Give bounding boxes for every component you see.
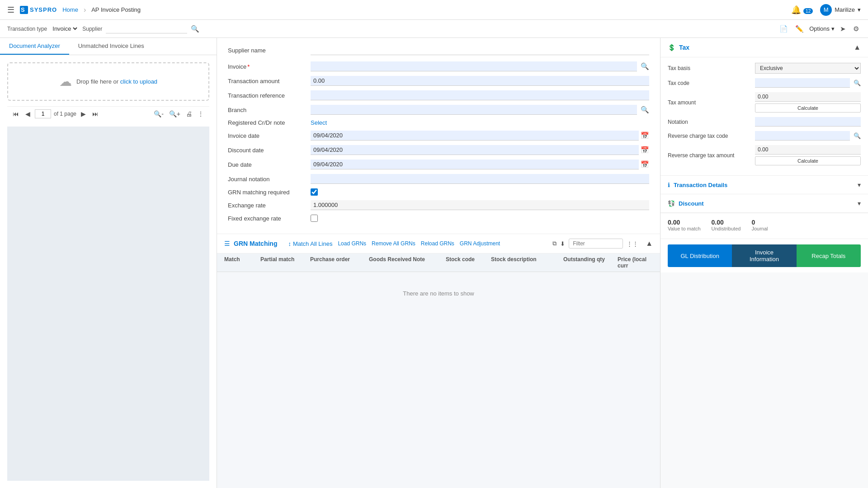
col-desc: Stock description	[491, 256, 563, 269]
discount-date-calendar-icon[interactable]: 📅	[641, 146, 649, 154]
hamburger-icon[interactable]: ☰	[7, 5, 14, 15]
match-all-lines-btn[interactable]: ↕ Match All Lines	[288, 240, 332, 247]
page-prev-btn[interactable]: ◀	[24, 109, 32, 118]
transaction-details-header[interactable]: ℹ Transaction Details ▾	[660, 176, 868, 194]
upload-area[interactable]: ☁ Drop file here or click to upload	[7, 62, 209, 101]
registered-cr-dr-select-link[interactable]: Select	[311, 119, 327, 126]
supplier-search-icon[interactable]: 🔍	[191, 25, 199, 33]
branch-search-icon[interactable]: 🔍	[641, 106, 649, 114]
print-icon-btn[interactable]: 🖨	[184, 109, 194, 118]
transaction-reference-input[interactable]	[311, 90, 649, 100]
settings-icon-button[interactable]: ⚙	[851, 23, 861, 35]
edit-icon-button[interactable]: ✏️	[793, 23, 806, 35]
invoice-input[interactable]	[311, 61, 637, 71]
options-button[interactable]: Options ▾	[809, 25, 835, 32]
nav-home[interactable]: Home	[62, 6, 78, 13]
tab-document-analyzer[interactable]: Document Analyzer	[0, 38, 69, 55]
notation-input[interactable]	[755, 117, 861, 127]
invoice-search-icon[interactable]: 🔍	[641, 62, 649, 70]
zoom-out-icon-btn[interactable]: 🔍-	[152, 109, 165, 118]
user-name: Marilize	[835, 6, 855, 13]
reverse-charge-calculate-btn[interactable]: Calculate	[755, 156, 861, 165]
notification-bell[interactable]: 🔔 12	[791, 5, 813, 15]
zoom-in-icon-btn[interactable]: 🔍+	[167, 109, 182, 118]
grn-filter-input[interactable]	[569, 239, 623, 249]
value-to-match-label: Value to match	[668, 226, 701, 231]
page-number-input[interactable]	[35, 109, 51, 118]
notation-row: Notation	[668, 117, 861, 127]
more-options-btn[interactable]: ⋮	[196, 109, 206, 118]
discount-date-input[interactable]	[311, 145, 639, 155]
invoice-label: Invoice*	[228, 63, 307, 70]
doc-preview	[7, 127, 209, 481]
reverse-charge-amount-input[interactable]	[755, 145, 861, 155]
upload-link[interactable]: click to upload	[120, 78, 157, 85]
tax-amount-input[interactable]	[755, 92, 861, 102]
journal-notation-input[interactable]	[311, 174, 649, 184]
options-label: Options	[809, 25, 830, 32]
tax-basis-select[interactable]: Exclusive Inclusive	[755, 63, 861, 74]
gl-distribution-button[interactable]: GL Distribution	[668, 244, 732, 267]
supplier-label: Supplier	[82, 26, 102, 32]
supplier-input[interactable]	[106, 24, 187, 33]
supplier-name-input[interactable]	[311, 45, 649, 55]
remove-all-grns-btn[interactable]: Remove All GRNs	[372, 240, 415, 247]
discount-title: Discount	[679, 200, 858, 207]
tax-section-toggle[interactable]: ▲	[854, 43, 861, 52]
load-grns-btn[interactable]: Load GRNs	[338, 240, 366, 247]
transaction-type-label: Transaction type	[7, 26, 47, 32]
tax-code-search-icon[interactable]: 🔍	[854, 80, 861, 86]
transaction-details-chevron[interactable]: ▾	[858, 181, 861, 188]
transaction-type-select[interactable]: Invoice	[51, 25, 79, 33]
page-next-btn[interactable]: ▶	[79, 109, 88, 118]
transaction-amount-label: Transaction amount	[228, 78, 307, 84]
user-dropdown-icon: ▾	[858, 6, 861, 13]
transaction-amount-input[interactable]	[311, 76, 649, 86]
toolbar: Transaction type Invoice Supplier 🔍 📄 ✏️…	[0, 20, 868, 38]
due-date-calendar-icon[interactable]: 📅	[641, 160, 649, 169]
invoice-date-input[interactable]	[311, 131, 639, 141]
invoice-form: Supplier name Invoice* 🔍 Transaction amo…	[217, 38, 660, 234]
reverse-charge-code-input[interactable]	[755, 131, 850, 141]
tax-code-label: Tax code	[668, 80, 751, 86]
tax-form: Tax basis Exclusive Inclusive Tax code 🔍…	[660, 57, 868, 176]
grn-copy-icon[interactable]: ⧉	[552, 240, 557, 247]
reload-grns-btn[interactable]: Reload GRNs	[421, 240, 454, 247]
tax-code-input[interactable]	[755, 78, 850, 88]
grn-matching-label: GRN matching required	[228, 189, 307, 196]
branch-row: Branch 🔍	[228, 105, 649, 115]
user-chip[interactable]: M Marilize ▾	[820, 4, 861, 16]
invoice-date-calendar-icon[interactable]: 📅	[641, 131, 649, 140]
svg-text:S: S	[21, 6, 25, 13]
fixed-exchange-checkbox[interactable]	[311, 215, 318, 222]
invoice-date-label: Invoice date	[228, 132, 307, 139]
due-date-input[interactable]	[311, 160, 639, 169]
grn-adjustment-btn[interactable]: GRN Adjustment	[460, 240, 500, 247]
user-avatar: M	[820, 4, 832, 16]
page-nav: ⏮ ◀ of 1 page ▶ ⏭ 🔍- 🔍+ 🖨 ⋮	[7, 106, 209, 121]
invoice-information-button[interactable]: Invoice Information	[732, 244, 796, 267]
grn-matching-checkbox[interactable]	[311, 188, 318, 196]
page-first-btn[interactable]: ⏮	[11, 109, 21, 118]
grn-download-icon[interactable]: ⬇	[560, 240, 565, 247]
discount-date-row: Discount date 📅	[228, 145, 649, 155]
discount-chevron[interactable]: ▾	[858, 200, 861, 207]
grn-title-icon: ☰	[224, 240, 230, 247]
tax-basis-row: Tax basis Exclusive Inclusive	[668, 63, 861, 74]
grn-more-icon[interactable]: ⋮⋮	[627, 240, 638, 247]
tab-unmatched-invoice[interactable]: Unmatched Invoice Lines	[69, 38, 153, 55]
document-icon-button[interactable]: 📄	[778, 23, 790, 35]
recap-totals-button[interactable]: Recap Totals	[797, 244, 861, 267]
tax-calculate-btn[interactable]: Calculate	[755, 103, 861, 113]
tax-section-header[interactable]: 💲 Tax ▲	[660, 38, 868, 57]
discount-header[interactable]: 💱 Discount ▾	[660, 194, 868, 212]
exchange-rate-input[interactable]	[311, 200, 649, 210]
grn-matching-row: GRN matching required	[228, 188, 649, 196]
forward-icon-button[interactable]: ➤	[838, 23, 848, 35]
transaction-reference-row: Transaction reference	[228, 90, 649, 100]
page-last-btn[interactable]: ⏭	[90, 109, 100, 118]
registered-cr-dr-row: Registered Cr/Dr note Select	[228, 119, 649, 126]
grn-section-toggle[interactable]: ▲	[646, 239, 653, 248]
branch-input[interactable]	[311, 105, 637, 115]
reverse-charge-search-icon[interactable]: 🔍	[854, 132, 861, 139]
